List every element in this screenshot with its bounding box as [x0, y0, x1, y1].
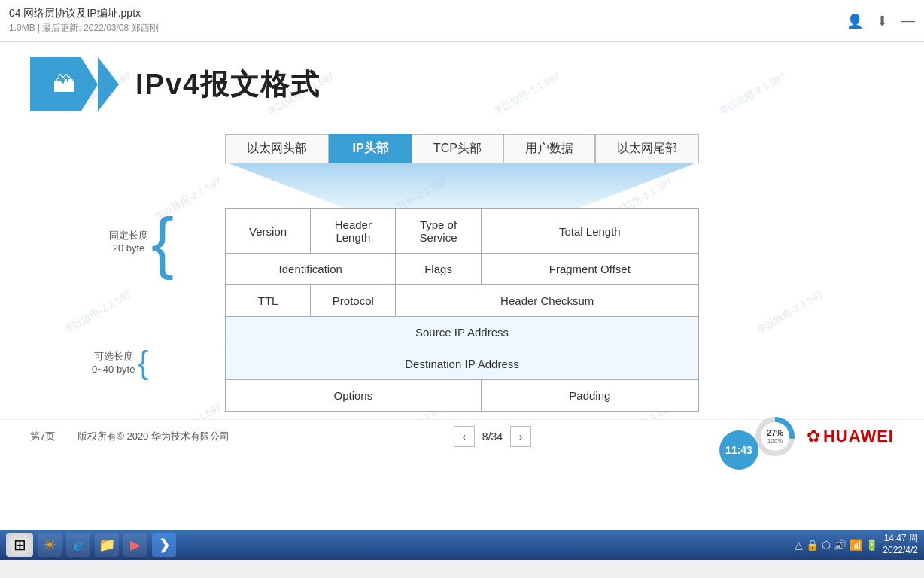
table-row: TTL Protocol Header Checksum: [226, 285, 699, 317]
title-bar: 04 网络层协议及IP编址.pptx 1.0MB | 最后更新: 2022/03…: [0, 0, 924, 42]
taskbar-folder-icon: 📁: [99, 537, 115, 553]
next-page-button[interactable]: ›: [510, 426, 531, 447]
cell-version: Version: [226, 209, 311, 254]
slide: 🏔 IPv4报文格式 以太网头部 IP头部 TCP头部 用户数据 以太网尾部 固…: [0, 42, 924, 419]
system-tray: △ 🔒 ⬡ 🔊 📶 🔋: [795, 539, 878, 551]
title-right: 👤 ⬇ —: [846, 13, 915, 29]
clock-badge: 11:43: [719, 430, 758, 470]
fixed-brace: {: [151, 222, 174, 263]
prev-page-button[interactable]: ‹: [454, 426, 475, 447]
taskbar-clock: 14:47 周 2022/4/2: [883, 533, 918, 556]
cell-options: Options: [226, 380, 482, 412]
progress-pct: 27%: [767, 428, 783, 437]
progress-inner: 27% 100%: [761, 422, 789, 451]
taskbar: ⊞ ☀ ℯ 📁 ▶ ❯ △ 🔒 ⬡ 🔊 📶 🔋 14:47 周 2022/4/2: [0, 530, 924, 560]
cell-padding: Padding: [481, 380, 698, 412]
logo-arrow: [98, 57, 119, 111]
table-row: Version Header Length Type of Service To…: [226, 209, 699, 254]
page-info: 8/34: [482, 430, 503, 443]
progress-circle: 27% 100%: [755, 417, 795, 456]
taskbar-ie-icon: ℯ: [74, 536, 83, 554]
progress-label: 100%: [767, 437, 783, 444]
page-number: 第7页: [30, 430, 55, 443]
cell-header-checksum: Header Checksum: [396, 285, 699, 317]
tray-icon-3: ⬡: [822, 539, 831, 551]
tab-tcp-header[interactable]: TCP头部: [412, 134, 503, 163]
cell-total-length: Total Length: [481, 209, 698, 254]
tab-ethernet-header[interactable]: 以太网头部: [225, 134, 329, 163]
user-icon[interactable]: 👤: [846, 13, 863, 29]
copyright: 版权所有© 2020 华为技术有限公司: [78, 430, 229, 443]
cell-identification: Identification: [226, 254, 396, 285]
table-row: Identification Flags Fragment Offset: [226, 254, 699, 285]
footer-right: 27% 100% ✿ HUAWEI: [755, 417, 894, 456]
cell-header-length: Header Length: [311, 209, 396, 254]
fixed-label-line1: 固定长度: [109, 229, 148, 242]
optional-brace: {: [138, 350, 148, 376]
taskbar-media-icon: ▶: [130, 537, 141, 553]
tab-user-data[interactable]: 用户数据: [503, 134, 595, 163]
slide-content: 学以致用-2.1.597 学以致用-2.1.597 学以致用-2.1.597 学…: [0, 42, 924, 530]
optional-label-line2: 0~40 byte: [92, 364, 135, 375]
minimize-icon[interactable]: —: [901, 13, 915, 29]
table-row: Source IP Address: [226, 317, 699, 348]
network-tabs: 以太网头部 IP头部 TCP头部 用户数据 以太网尾部: [30, 134, 894, 163]
huawei-logo-text: HUAWEI: [823, 427, 894, 446]
optional-label-line1: 可选长度: [92, 350, 135, 364]
cell-fragment-offset: Fragment Offset: [481, 254, 698, 285]
table-row: Destination IP Address: [226, 348, 699, 380]
logo-icon: 🏔: [53, 71, 75, 97]
funnel-triangle: [229, 163, 695, 208]
logo-box: 🏔: [30, 57, 98, 111]
huawei-flower-icon: ✿: [807, 427, 820, 446]
tray-icon-5: 📶: [850, 539, 862, 551]
footer-left: 第7页 版权所有© 2020 华为技术有限公司: [30, 430, 229, 443]
start-button[interactable]: ⊞: [6, 533, 33, 557]
cell-source-ip: Source IP Address: [226, 317, 699, 348]
tab-ip-header[interactable]: IP头部: [329, 134, 412, 163]
taskbar-app-media[interactable]: ▶: [123, 533, 147, 557]
packet-table: Version Header Length Type of Service To…: [225, 208, 699, 412]
taskbar-app-folder[interactable]: 📁: [95, 533, 119, 557]
taskbar-time: 14:47 周 2022/4/2: [883, 533, 918, 556]
taskbar-app-ie[interactable]: ℯ: [66, 533, 90, 557]
funnel-wrapper: [30, 163, 894, 208]
fixed-length-label: 固定长度 20 byte {: [109, 219, 174, 263]
cell-ttl: TTL: [226, 285, 311, 317]
tray-icon-4: 🔊: [834, 539, 846, 551]
tray-icon-1: △: [795, 539, 803, 551]
start-icon: ⊞: [14, 536, 26, 554]
filename: 04 网络层协议及IP编址.pptx: [9, 7, 159, 20]
slide-header: 🏔 IPv4报文格式: [30, 57, 894, 111]
taskbar-app-1[interactable]: ☀: [38, 533, 62, 557]
huawei-logo-area: ✿ HUAWEI: [807, 427, 894, 446]
tray-icon-6: 🔋: [865, 539, 878, 551]
taskbar-app-blue[interactable]: ❯: [152, 533, 176, 557]
title-left: 04 网络层协议及IP编址.pptx 1.0MB | 最后更新: 2022/03…: [9, 7, 159, 35]
cell-type-of-service: Type of Service: [396, 209, 481, 254]
taskbar-app-icon-1: ☀: [43, 536, 56, 554]
download-icon[interactable]: ⬇: [877, 13, 888, 29]
table-row: Options Padding: [226, 380, 699, 412]
tab-ethernet-tail[interactable]: 以太网尾部: [595, 134, 699, 163]
slide-footer: 第7页 版权所有© 2020 华为技术有限公司 ‹ 8/34 › 27% 100…: [0, 419, 924, 452]
slide-title: IPv4报文格式: [135, 65, 321, 104]
cell-flags: Flags: [396, 254, 481, 285]
taskbar-blue-icon: ❯: [159, 537, 170, 553]
tray-icon-2: 🔒: [806, 539, 819, 551]
footer-center: ‹ 8/34 ›: [454, 426, 531, 447]
fixed-label-line2: 20 byte: [109, 242, 148, 254]
cell-protocol: Protocol: [311, 285, 396, 317]
packet-area: 固定长度 20 byte { 可选长度 0~40 byte { Version: [30, 208, 894, 412]
cell-dest-ip: Destination IP Address: [226, 348, 699, 380]
optional-length-label: 可选长度 0~40 byte {: [92, 350, 149, 376]
file-meta: 1.0MB | 最后更新: 2022/03/08 郑西刚: [9, 22, 159, 35]
